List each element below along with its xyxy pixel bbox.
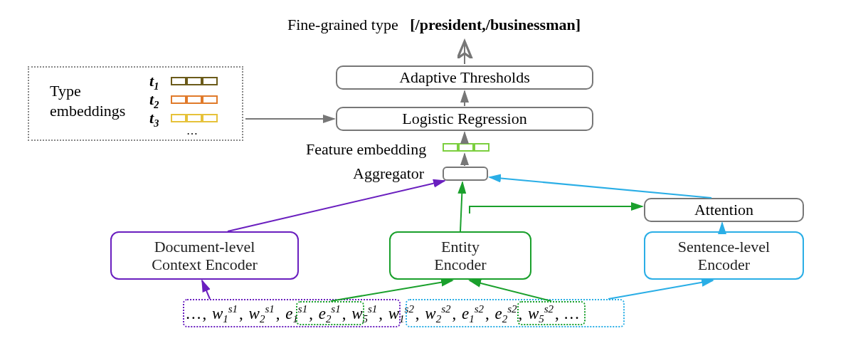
type-embeddings-l1: Type (50, 81, 125, 101)
type-embeddings-l2: embeddings (50, 101, 125, 121)
adaptive-thresholds-label: Adaptive Thresholds (399, 68, 530, 87)
feature-embedding-cells (443, 143, 489, 152)
logistic-regression-box: Logistic Regression (336, 107, 593, 131)
arrow-doc-aggregator (228, 181, 445, 231)
token-group-sentence-s2 (406, 299, 625, 327)
type-row-label-2: t2 (149, 90, 159, 111)
aggregator-label: Aggregator (353, 164, 424, 183)
title-output: [/president,/businessman] (410, 16, 581, 33)
feature-embedding-label: Feature embedding (306, 140, 426, 159)
token-group-doc-s1 (183, 299, 401, 327)
type-ellipsis: … (186, 125, 198, 137)
type-row-label-3: t3 (149, 109, 159, 130)
title-label: Fine-grained type (287, 16, 398, 33)
attention-label: Attention (694, 201, 753, 219)
entity-encoder-l1: Entity (441, 238, 480, 256)
arrow-tokens-sentence (608, 280, 713, 299)
adaptive-thresholds-box: Adaptive Thresholds (336, 65, 593, 90)
attention-box: Attention (644, 198, 804, 222)
sentence-encoder-l1: Sentence-level (678, 238, 771, 256)
sentence-encoder-l2: Encoder (698, 256, 750, 273)
document-encoder-box: Document-level Context Encoder (110, 231, 299, 280)
token-group-entity-s1 (296, 301, 364, 325)
type-row-cells-2 (171, 95, 218, 104)
feature-cell (443, 143, 458, 152)
sentence-encoder-box: Sentence-level Encoder (644, 231, 804, 280)
arrow-tokens-doc (202, 280, 210, 299)
document-encoder-l2: Context Encoder (152, 256, 257, 273)
logistic-regression-label: Logistic Regression (402, 110, 526, 128)
arrow-tokens-entity-1 (331, 280, 452, 301)
entity-encoder-box: Entity Encoder (389, 231, 531, 280)
arrow-entity-aggregator (460, 182, 462, 231)
type-row-cells-3 (171, 114, 218, 122)
feature-cell (474, 143, 489, 152)
diagram-title: Fine-grained type [/president,/businessm… (185, 16, 683, 34)
entity-encoder-l2: Encoder (434, 256, 486, 273)
feature-cell (458, 143, 474, 152)
token-group-entity-s2 (517, 301, 586, 325)
arrow-attention-aggregator (489, 177, 711, 198)
type-embeddings-label: Type embeddings (50, 81, 125, 120)
type-row-label-1: t1 (149, 72, 159, 93)
arrow-entity-attention (470, 206, 642, 214)
type-row-cells-1 (171, 77, 218, 85)
document-encoder-l1: Document-level (154, 238, 255, 256)
arrow-tokens-entity-2 (470, 280, 551, 301)
aggregator-box (443, 167, 488, 181)
